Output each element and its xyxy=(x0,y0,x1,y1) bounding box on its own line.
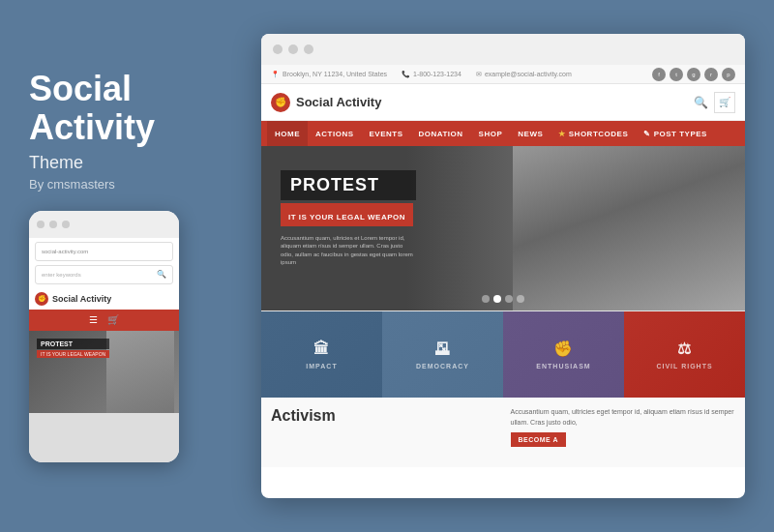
theme-author: By cmsmasters xyxy=(29,177,232,192)
phone-icon: 📞 xyxy=(402,71,410,78)
phone-info: 📞 1-800-123-1234 xyxy=(402,71,461,78)
email-icon: ✉ xyxy=(476,71,482,78)
site-logo[interactable]: ✊ Social Activity xyxy=(271,93,381,112)
facebook-icon[interactable]: f xyxy=(652,68,666,81)
logo-bar-search: 🔍 🛒 xyxy=(694,92,735,113)
hero-title: PROTEST xyxy=(290,175,379,194)
nav-item-post-types[interactable]: ✎ POST TYPES xyxy=(636,121,715,146)
hero-image-area xyxy=(455,146,745,310)
mobile-bottom xyxy=(29,413,179,462)
impact-icon: 🏛 xyxy=(313,340,330,358)
pinterest-icon[interactable]: p xyxy=(722,68,735,81)
hero-subtitle-box: IT IS YOUR LEGAL WEAPON xyxy=(281,203,413,226)
mobile-dot-1 xyxy=(37,221,45,228)
hero-dot-3[interactable] xyxy=(505,295,513,303)
desktop-dot-2 xyxy=(288,44,298,54)
activism-title: Activism xyxy=(271,407,496,425)
desktop-top-bar xyxy=(261,34,745,65)
feature-card-impact[interactable]: 🏛 IMPACT xyxy=(261,311,382,398)
location-info: 📍 Brooklyn, NY 11234, United States xyxy=(271,71,387,78)
google-plus-icon[interactable]: g xyxy=(687,68,700,81)
menu-icon[interactable]: ☰ xyxy=(89,314,98,325)
email-info: ✉ example@social-activity.com xyxy=(476,71,572,78)
header-search-icon[interactable]: 🔍 xyxy=(694,96,708,109)
mobile-dot-2 xyxy=(49,221,57,228)
mobile-logo-text: Social Activity xyxy=(52,294,111,304)
page-container: Social Activity Theme By cmsmasters soci… xyxy=(0,0,774,532)
mobile-hero-person xyxy=(106,331,174,413)
hero-content: PROTEST IT IS YOUR LEGAL WEAPON Accusant… xyxy=(281,170,416,267)
search-icon: 🔍 xyxy=(157,270,166,279)
mobile-logo-bar: ✊ Social Activity xyxy=(29,288,179,310)
bottom-left: Activism xyxy=(271,407,496,458)
bottom-section: Activism Accusantium quam, ultricies ege… xyxy=(261,398,745,467)
activism-body: Accusantium quam, ultricies eget tempor … xyxy=(511,407,736,428)
mobile-hero-overlay: PROTEST IT IS YOUR LEGAL WEAPON xyxy=(37,339,109,358)
bottom-right: Accusantium quam, ultricies eget tempor … xyxy=(511,407,736,458)
browser-content: 📍 Brooklyn, NY 11234, United States 📞 1-… xyxy=(261,65,745,498)
mobile-hero-title: PROTEST xyxy=(37,339,109,349)
feature-card-enthusiasm[interactable]: ✊ ENTHUSIASM xyxy=(503,311,624,398)
left-panel: Social Activity Theme By cmsmasters soci… xyxy=(29,70,232,461)
social-icons: f t g r p xyxy=(652,68,735,81)
cart-button[interactable]: 🛒 xyxy=(714,92,735,113)
twitter-icon[interactable]: t xyxy=(670,68,683,81)
mobile-address-bar: social-activity.com xyxy=(35,242,173,261)
location-icon: 📍 xyxy=(271,71,280,78)
mobile-hero-subtitle: IT IS YOUR LEGAL WEAPON xyxy=(37,350,109,358)
hero-person-figure xyxy=(513,146,745,310)
desktop-dot-3 xyxy=(304,44,313,54)
rss-icon[interactable]: r xyxy=(704,68,718,81)
mobile-dot-3 xyxy=(62,221,70,228)
hero-dot-4[interactable] xyxy=(517,295,524,303)
mobile-nav-bar: ☰ 🛒 xyxy=(29,310,179,331)
theme-subtitle: Theme xyxy=(29,153,232,173)
mobile-hero: PROTEST IT IS YOUR LEGAL WEAPON xyxy=(29,331,179,413)
nav-item-shop[interactable]: SHOP xyxy=(471,121,511,146)
feature-card-civil-rights[interactable]: ⚖ CIVIL RIGHTS xyxy=(624,311,745,398)
mobile-logo-icon: ✊ xyxy=(35,292,48,306)
nav-item-actions[interactable]: ACTIONS xyxy=(308,121,362,146)
civil-rights-icon: ⚖ xyxy=(677,340,692,358)
site-logo-text: Social Activity xyxy=(296,95,381,109)
nav-item-news[interactable]: NEWS xyxy=(510,121,551,146)
hero-title-box: PROTEST xyxy=(281,170,416,200)
desktop-mockup: 📍 Brooklyn, NY 11234, United States 📞 1-… xyxy=(261,34,745,498)
cart-icon[interactable]: 🛒 xyxy=(107,314,119,325)
nav-item-shortcodes[interactable]: ★ SHORTCODES xyxy=(551,121,636,146)
desktop-dot-1 xyxy=(273,44,283,54)
become-button[interactable]: BECOME A xyxy=(511,432,566,447)
mobile-mockup: social-activity.com enter keywords 🔍 ✊ S… xyxy=(29,211,179,462)
hero-body: Accusantium quam, ultricies et Lorem tem… xyxy=(281,234,416,267)
info-bar: 📍 Brooklyn, NY 11234, United States 📞 1-… xyxy=(261,65,745,84)
hero-subtitle: IT IS YOUR LEGAL WEAPON xyxy=(288,213,405,222)
mobile-search-placeholder: enter keywords xyxy=(42,272,81,278)
feature-card-democracy[interactable]: 🗳 DEMOCRACY xyxy=(382,311,503,398)
democracy-icon: 🗳 xyxy=(434,340,451,358)
hero-dot-1[interactable] xyxy=(482,295,490,303)
hero-dot-2[interactable] xyxy=(493,295,501,303)
feature-cards: 🏛 IMPACT 🗳 DEMOCRACY ✊ ENTHUSIASM ⚖ CIVI… xyxy=(261,310,745,398)
hero-pagination xyxy=(482,295,524,303)
theme-title: Social Activity xyxy=(29,70,232,146)
mobile-search-bar[interactable]: enter keywords 🔍 xyxy=(35,265,173,284)
nav-item-events[interactable]: EVENTS xyxy=(362,121,411,146)
nav-bar: HOME ACTIONS EVENTS DONATION SHOP NEWS ★… xyxy=(261,121,745,146)
site-logo-icon: ✊ xyxy=(271,93,290,112)
enthusiasm-icon: ✊ xyxy=(553,340,574,358)
nav-item-donation[interactable]: DONATION xyxy=(411,121,471,146)
hero-section: PROTEST IT IS YOUR LEGAL WEAPON Accusant… xyxy=(261,146,745,310)
nav-item-home[interactable]: HOME xyxy=(267,121,308,146)
mobile-top-bar xyxy=(29,211,179,238)
logo-bar: ✊ Social Activity 🔍 🛒 xyxy=(261,84,745,121)
mobile-address-text: social-activity.com xyxy=(42,249,88,254)
